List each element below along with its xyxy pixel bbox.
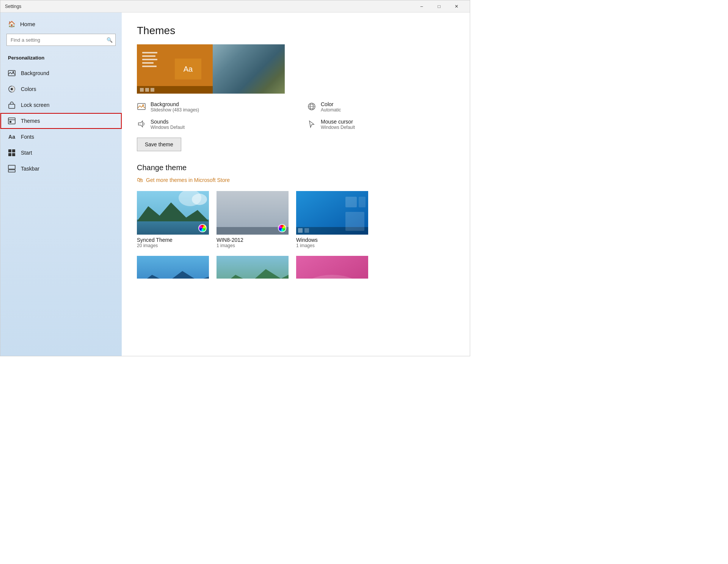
color-info-sublabel: Automatic (321, 107, 341, 113)
sidebar-item-start[interactable]: Start (0, 145, 122, 161)
svg-rect-11 (12, 153, 15, 156)
win8-theme-count: 1 images (217, 243, 289, 248)
store-link-label: Get more themes in Microsoft Store (146, 177, 230, 183)
svg-rect-31 (298, 228, 303, 233)
color-info-label: Color (321, 101, 341, 107)
preview-line-5 (142, 66, 157, 67)
theme-card-windows[interactable]: Windows 1 images (296, 191, 368, 248)
titlebar: Settings – □ ✕ (0, 0, 470, 13)
theme-card-windows-img-wrapper (296, 191, 368, 235)
theme-card-bottom-1[interactable] (137, 256, 209, 279)
sidebar-item-colors-label: Colors (21, 86, 36, 92)
window-controls: – □ ✕ (413, 0, 465, 13)
sidebar-item-home[interactable]: 🏠 Home (0, 13, 122, 34)
theme-grid: Synced Theme 20 images (137, 191, 455, 248)
sidebar-item-taskbar-label: Taskbar (21, 166, 39, 172)
sidebar-search-container: 🔍 (6, 34, 116, 46)
store-link[interactable]: 🛍 Get more themes in Microsoft Store (137, 177, 455, 183)
preview-sq-2 (145, 88, 149, 92)
theme-card-bottom-2-img (217, 256, 289, 279)
store-icon: 🛍 (137, 177, 143, 183)
svg-rect-29 (359, 197, 366, 207)
maximize-button[interactable]: □ (430, 0, 448, 13)
sidebar-item-taskbar[interactable]: Taskbar (0, 161, 122, 177)
main-content: Themes Aa (122, 13, 470, 356)
preview-sq-1 (140, 88, 144, 92)
theme-card-synced-img-wrapper (137, 191, 209, 235)
svg-point-3 (11, 88, 13, 90)
win8-theme-name: WIN8-2012 (217, 237, 289, 243)
info-item-sounds[interactable]: Sounds Windows Default (137, 119, 284, 130)
close-button[interactable]: ✕ (448, 0, 465, 13)
svg-point-1 (13, 71, 14, 73)
synced-color-wheel (198, 224, 207, 232)
sidebar-item-fonts-label: Fonts (21, 134, 34, 140)
sounds-info-sublabel: Windows Default (151, 125, 185, 130)
theme-card-synced[interactable]: Synced Theme 20 images (137, 191, 209, 248)
theme-card-bottom-1-img (137, 256, 209, 279)
sidebar-item-lockscreen-label: Lock screen (21, 102, 49, 108)
theme-card-win8[interactable]: WIN8-2012 1 images (217, 191, 289, 248)
theme-card-bottom-3-img (296, 256, 368, 279)
theme-card-windows-img (296, 191, 368, 235)
info-item-color[interactable]: Color Automatic (307, 101, 455, 113)
mouse-cursor-info-label: Mouse cursor (321, 119, 355, 125)
svg-marker-19 (138, 121, 143, 127)
windows-theme-count: 1 images (296, 243, 368, 248)
theme-card-bottom-3[interactable] (296, 256, 368, 279)
sidebar-item-lockscreen[interactable]: Lock screen (0, 97, 122, 113)
svg-rect-32 (304, 228, 309, 233)
start-icon (8, 149, 16, 157)
sidebar-section-title: Personalization (0, 52, 122, 65)
svg-rect-13 (8, 165, 15, 169)
page-title: Themes (137, 25, 455, 37)
sidebar-item-themes[interactable]: Themes (0, 113, 122, 129)
preview-taskbar (137, 86, 213, 94)
synced-theme-name: Synced Theme (137, 237, 209, 243)
lockscreen-icon (8, 101, 16, 109)
svg-rect-7 (9, 121, 11, 123)
preview-lines (142, 52, 157, 67)
info-grid: Background Slideshow (483 images) Color … (137, 101, 455, 130)
color-info-icon (307, 102, 316, 111)
themes-icon (8, 117, 16, 125)
theme-grid-bottom (137, 256, 455, 279)
theme-card-win8-img-wrapper (217, 191, 289, 235)
background-info-sublabel: Slideshow (483 images) (151, 107, 199, 113)
preview-sq-3 (151, 88, 154, 92)
theme-preview: Aa (137, 44, 285, 94)
theme-card-bottom-2[interactable] (217, 256, 289, 279)
background-icon (8, 69, 16, 77)
svg-rect-9 (12, 149, 15, 152)
preview-left: Aa (137, 44, 213, 94)
info-item-mouse-cursor[interactable]: Mouse cursor Windows Default (307, 119, 455, 130)
minimize-button[interactable]: – (413, 0, 430, 13)
sidebar-item-colors[interactable]: Colors (0, 81, 122, 97)
save-theme-button[interactable]: Save theme (137, 138, 181, 151)
colors-icon (8, 85, 16, 93)
app-body: 🏠 Home 🔍 Personalization Background Colo… (0, 13, 470, 356)
background-info-icon (137, 102, 146, 111)
background-info-label: Background (151, 101, 199, 107)
taskbar-icon (8, 165, 16, 172)
home-icon: 🏠 (8, 20, 16, 28)
mouse-cursor-info-sublabel: Windows Default (321, 125, 355, 130)
preview-right (213, 44, 285, 94)
sidebar-item-fonts[interactable]: Aa Fonts (0, 129, 122, 145)
info-item-background[interactable]: Background Slideshow (483 images) (137, 101, 284, 113)
sounds-info-label: Sounds (151, 119, 185, 125)
sidebar-item-background[interactable]: Background (0, 65, 122, 81)
svg-rect-4 (9, 104, 15, 108)
windows-theme-name: Windows (296, 237, 368, 243)
change-theme-title: Change theme (137, 163, 455, 172)
search-icon: 🔍 (107, 37, 113, 43)
preview-line-4 (142, 62, 154, 64)
color-info-text: Color Automatic (321, 101, 341, 113)
search-input[interactable] (6, 34, 116, 46)
preview-aa-text: Aa (175, 59, 201, 80)
mouse-cursor-info-text: Mouse cursor Windows Default (321, 119, 355, 130)
fonts-icon: Aa (8, 133, 16, 141)
preview-line-2 (142, 55, 155, 57)
sounds-info-text: Sounds Windows Default (151, 119, 185, 130)
svg-rect-5 (8, 118, 15, 124)
